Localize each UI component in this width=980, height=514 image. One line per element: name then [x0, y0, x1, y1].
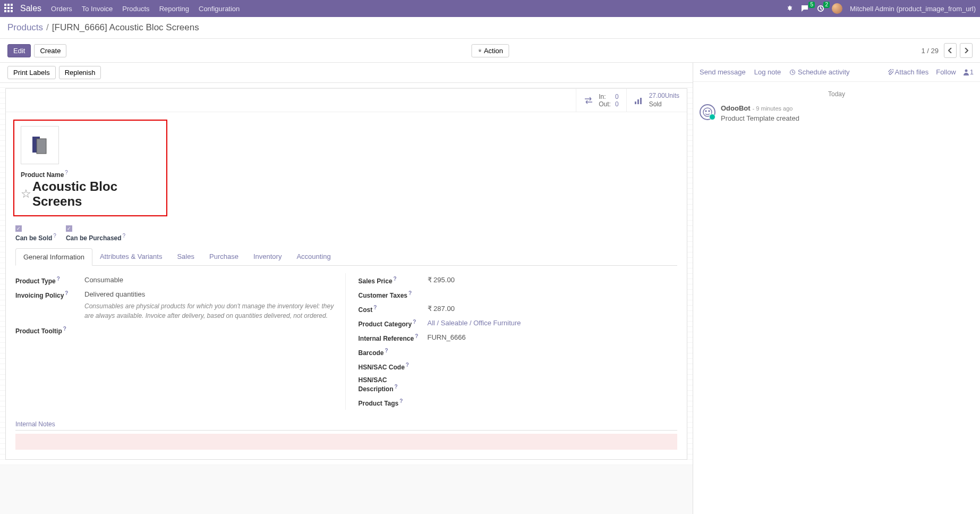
hsn-code-label: HSN/SAC Code [359, 364, 405, 371]
checkbox-icon: ✓ [66, 225, 72, 232]
follower-count-value: 1 [970, 68, 974, 76]
svg-point-10 [703, 108, 712, 116]
product-category-value[interactable]: All / Saleable / Office Furniture [428, 319, 678, 327]
help-icon[interactable]: ? [415, 333, 418, 339]
can-be-sold-label: Can be Sold [15, 234, 52, 242]
menu-reporting[interactable]: Reporting [159, 5, 189, 13]
stat-transfers[interactable]: In: 0 Out: 0 [576, 89, 626, 112]
invoicing-policy-label: Invoicing Policy [15, 292, 64, 299]
message: OdooBot- 9 minutes ago Product Template … [700, 104, 974, 122]
log-note-link[interactable]: Log note [754, 68, 781, 76]
message-text: Product Template created [721, 114, 799, 122]
pager-prev[interactable] [944, 43, 957, 58]
internal-notes-area[interactable] [15, 434, 677, 450]
user-label[interactable]: Mitchell Admin (product_image_from_url) [850, 5, 976, 13]
create-button[interactable]: Create [34, 44, 66, 57]
invoicing-policy-help: Consumables are physical products for wh… [84, 301, 335, 321]
tab-accounting[interactable]: Accounting [289, 248, 338, 265]
gear-icon [477, 48, 482, 54]
stat-sold[interactable]: 27.00Units Sold [626, 89, 687, 112]
product-image[interactable] [21, 126, 59, 164]
can-be-purchased-label: Can be Purchased [66, 234, 122, 242]
svg-point-9 [965, 69, 967, 72]
svg-rect-4 [640, 98, 642, 104]
svg-rect-2 [635, 102, 636, 104]
favorite-star-icon[interactable]: ☆ [21, 187, 31, 201]
app-brand[interactable]: Sales [20, 4, 41, 13]
svg-point-12 [709, 111, 710, 112]
help-icon[interactable]: ? [123, 233, 126, 239]
print-labels-button[interactable]: Print Labels [7, 66, 56, 79]
in-value: 0 [615, 93, 619, 100]
menu-to-invoice[interactable]: To Invoice [82, 5, 113, 13]
follow-link[interactable]: Follow [936, 68, 956, 76]
help-icon[interactable]: ? [406, 362, 409, 368]
product-name-label: Product Name [21, 172, 64, 179]
help-icon[interactable]: ? [408, 290, 412, 296]
help-icon[interactable]: ? [65, 170, 68, 175]
pager-next[interactable] [960, 43, 973, 58]
tab-sales[interactable]: Sales [169, 248, 202, 265]
person-icon [964, 69, 969, 75]
sub-action-bar: Print Labels Replenish [0, 63, 693, 83]
help-icon[interactable]: ? [53, 233, 56, 239]
breadcrumb-current: [FURN_6666] Acoustic Bloc Screens [52, 22, 199, 33]
product-tags-label: Product Tags [359, 400, 399, 407]
internal-reference-value: FURN_6666 [428, 333, 678, 341]
thread-day-header: Today [700, 90, 974, 98]
help-icon[interactable]: ? [65, 290, 68, 296]
user-avatar[interactable] [832, 3, 842, 14]
help-icon[interactable]: ? [373, 305, 377, 310]
product-category-label: Product Category [359, 321, 412, 328]
paperclip-icon [887, 69, 893, 75]
replenish-button[interactable]: Replenish [59, 66, 101, 79]
attach-files-link[interactable]: Attach files [887, 68, 929, 76]
sales-price-label: Sales Price [359, 277, 393, 285]
edit-button[interactable]: Edit [7, 44, 31, 57]
schedule-activity-label: Schedule activity [798, 68, 850, 76]
sold-qty: 27.00 [649, 92, 665, 99]
apps-icon[interactable] [4, 4, 14, 13]
product-type-label: Product Type [15, 277, 56, 285]
product-name: Acoustic Bloc Screens [32, 179, 160, 209]
bug-icon[interactable] [786, 5, 794, 12]
tab-inventory[interactable]: Inventory [246, 248, 289, 265]
product-type-value: Consumable [84, 276, 335, 284]
can-be-sold-check[interactable]: ✓ Can be Sold? [15, 224, 56, 242]
attach-files-label: Attach files [895, 68, 929, 76]
help-icon[interactable]: ? [394, 276, 397, 282]
internal-reference-label: Internal Reference [359, 335, 414, 342]
form-sheet: In: 0 Out: 0 27.00Units Sold [5, 88, 687, 460]
pager-text[interactable]: 1 / 29 [921, 47, 939, 55]
help-icon[interactable]: ? [395, 384, 398, 390]
menu-configuration[interactable]: Configuration [199, 5, 240, 13]
chevron-left-icon [948, 48, 952, 53]
can-be-purchased-check[interactable]: ✓ Can be Purchased? [66, 224, 125, 242]
message-author[interactable]: OdooBot [721, 104, 751, 112]
follower-count[interactable]: 1 [964, 68, 974, 76]
help-icon[interactable]: ? [385, 348, 388, 353]
messages-icon[interactable]: 5 [801, 5, 809, 12]
checkbox-icon: ✓ [15, 225, 22, 232]
help-icon[interactable]: ? [57, 276, 60, 282]
breadcrumb-root[interactable]: Products [7, 22, 43, 33]
sales-price-value: ₹ 295.00 [428, 276, 678, 284]
sold-unit: Units [665, 92, 679, 99]
menu-products[interactable]: Products [122, 5, 149, 13]
svg-rect-6 [37, 139, 46, 154]
send-message-link[interactable]: Send message [700, 68, 746, 76]
activities-icon[interactable]: 2 [817, 5, 824, 12]
help-icon[interactable]: ? [399, 398, 403, 404]
schedule-activity-link[interactable]: Schedule activity [789, 68, 849, 76]
top-menus: Orders To Invoice Products Reporting Con… [51, 5, 240, 13]
action-button[interactable]: Action [471, 44, 509, 57]
tab-purchase[interactable]: Purchase [202, 248, 246, 265]
tab-attributes-variants[interactable]: Attributes & Variants [92, 248, 170, 265]
breadcrumb-sep: / [46, 22, 49, 33]
help-icon[interactable]: ? [413, 319, 416, 325]
menu-orders[interactable]: Orders [51, 5, 72, 13]
help-icon[interactable]: ? [63, 326, 66, 332]
top-nav: Sales Orders To Invoice Products Reporti… [0, 0, 980, 17]
tab-general-information[interactable]: General Information [15, 248, 92, 266]
cost-label: Cost [359, 306, 373, 314]
